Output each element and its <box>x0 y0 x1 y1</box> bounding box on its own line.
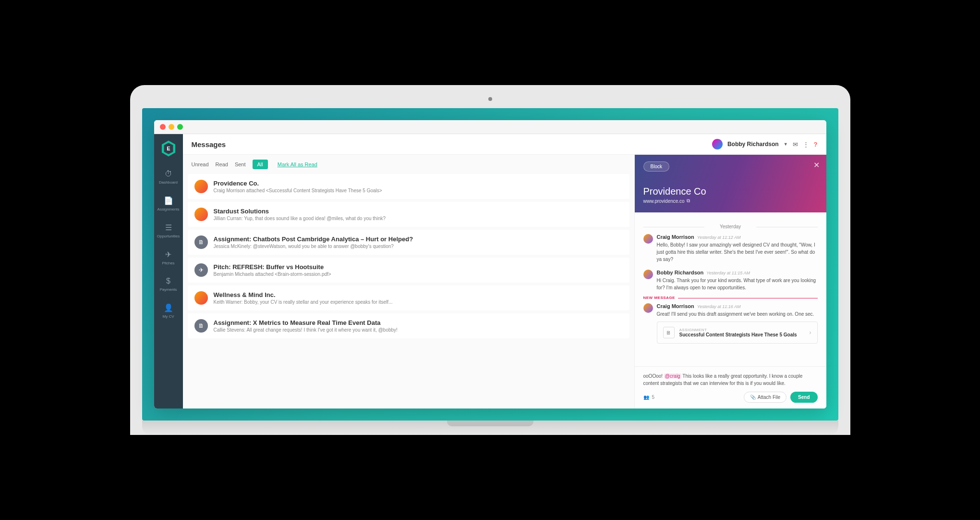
sidebar-item-pitches[interactable]: ✈Pitches <box>154 246 183 269</box>
screen: E ⏱Dashboard 📄Assignments ☰Opportunities… <box>142 108 838 421</box>
user-name: Bobby Richardson <box>727 141 779 148</box>
page-title: Messages <box>192 140 226 149</box>
mention-tag[interactable]: @craig <box>664 373 681 379</box>
message-list-pane: Unread Read Sent All Mark All as Read Pr… <box>183 155 634 409</box>
attachment-title: Successful Content Strategists Have Thes… <box>679 332 805 337</box>
compose-input[interactable]: ooOOoo! @craig This looks like a really … <box>643 372 818 387</box>
attachment-card[interactable]: 🗎 ASSIGNMENT Successful Content Strategi… <box>657 322 818 344</box>
thread-avatar <box>194 291 208 305</box>
message-author: Craig Morrison <box>657 303 694 309</box>
sidebar-item-label: My CV <box>163 314 174 319</box>
new-message-divider: NEW MESSAGE <box>643 298 818 298</box>
sidebar-item-label: Pitches <box>162 261 174 265</box>
user-area: Bobby Richardson ▼ ✉ ⋮ ? <box>712 139 818 149</box>
message-item: Craig MorrisonYesterday at 11:16 AM Grea… <box>643 303 818 344</box>
document-icon: 🗎 <box>194 235 208 249</box>
user-icon: 👤 <box>164 303 173 312</box>
message-avatar <box>643 303 653 313</box>
company-name: Providence Co <box>643 186 818 197</box>
message-author: Craig Morrison <box>657 234 694 240</box>
thread-preview: Callie Stevens: All great change request… <box>214 327 623 333</box>
cc-indicator[interactable]: 👥5 <box>643 395 655 400</box>
thread-title: Stardust Solutions <box>214 208 623 215</box>
sidebar-item-assignments[interactable]: 📄Assignments <box>154 192 183 215</box>
message-text: Hello, Bobby! I saw your amazingly well … <box>657 241 818 263</box>
conversation-detail: Block ✕ Providence Co www.providence.co⧉… <box>634 155 826 409</box>
thread-item[interactable]: 🗎Assignment: Chatbots Post Cambridge Ana… <box>188 230 629 255</box>
attach-file-button[interactable]: 📎Attach File <box>744 392 786 403</box>
message-time: Yesterday at 11:15 AM <box>706 271 750 275</box>
attachment-doc-icon: 🗎 <box>663 327 675 338</box>
message-scroll[interactable]: Yesterday Craig MorrisonYesterday at 11:… <box>635 212 826 366</box>
thread-title: Assignment: X Metrics to Measure Real Ti… <box>214 319 623 326</box>
users-icon: 👥 <box>643 395 649 400</box>
message-author: Bobby Richardson <box>657 270 704 275</box>
topbar: Messages Bobby Richardson ▼ ✉ ⋮ ? <box>183 134 826 155</box>
thread-item[interactable]: 🗎Assignment: X Metrics to Measure Real T… <box>188 313 629 338</box>
app-logo[interactable]: E <box>161 140 176 157</box>
message-text: Great! I'll send you this draft assignme… <box>657 310 818 318</box>
mark-all-read-link[interactable]: Mark All as Read <box>278 161 317 167</box>
app-window: E ⏱Dashboard 📄Assignments ☰Opportunities… <box>154 120 826 409</box>
message-time: Yesterday at 11:12 AM <box>697 235 741 240</box>
window-maximize-button[interactable] <box>177 124 183 130</box>
sidebar: E ⏱Dashboard 📄Assignments ☰Opportunities… <box>154 134 183 409</box>
sidebar-item-label: Payments <box>160 287 177 292</box>
message-text: Hi Craig. Thank you for your kind words.… <box>657 277 818 291</box>
window-minimize-button[interactable] <box>169 124 174 130</box>
filter-unread[interactable]: Unread <box>192 161 209 167</box>
sidebar-item-opportunities[interactable]: ☰Opportunities <box>154 219 183 242</box>
window-titlebar <box>154 120 826 134</box>
thread-item[interactable]: Providence Co.Craig Morrison attached <S… <box>188 174 629 199</box>
send-icon: ✈ <box>165 250 171 259</box>
send-button[interactable]: Send <box>790 392 817 403</box>
company-url[interactable]: www.providence.co⧉ <box>643 198 818 204</box>
thread-title: Providence Co. <box>214 180 623 187</box>
svg-text:E: E <box>167 146 170 151</box>
message-avatar <box>643 234 653 244</box>
block-button[interactable]: Block <box>643 161 669 172</box>
message-item: Bobby RichardsonYesterday at 11:15 AM Hi… <box>643 270 818 291</box>
thread-preview: Craig Morrison attached <Successful Cont… <box>214 188 623 193</box>
composer: ooOOoo! @craig This looks like a really … <box>635 366 826 409</box>
sidebar-item-dashboard[interactable]: ⏱Dashboard <box>154 166 183 188</box>
thread-avatar <box>194 208 208 221</box>
laptop-base <box>142 421 838 435</box>
thread-preview: Jillian Curran: Yup, that does sound lik… <box>214 216 623 221</box>
thread-title: Wellness & Mind Inc. <box>214 291 623 298</box>
help-icon[interactable]: ? <box>814 141 818 148</box>
window-close-button[interactable] <box>160 124 166 130</box>
thread-preview: Keith Warner: Bobby, your CV is really s… <box>214 299 623 305</box>
attachment-label: ASSIGNMENT <box>679 328 805 332</box>
pitch-icon: ✈ <box>194 263 208 277</box>
content: Unread Read Sent All Mark All as Read Pr… <box>183 155 826 409</box>
sidebar-item-label: Opportunities <box>157 234 180 238</box>
sidebar-item-label: Dashboard <box>159 180 178 185</box>
external-link-icon: ⧉ <box>687 198 690 204</box>
user-menu-caret[interactable]: ▼ <box>784 142 788 147</box>
filter-all[interactable]: All <box>253 160 268 169</box>
sidebar-item-payments[interactable]: $Payments <box>154 273 183 296</box>
thread-list[interactable]: Providence Co.Craig Morrison attached <S… <box>183 174 634 409</box>
thread-item[interactable]: ✈Pitch: REFRESH: Buffer vs HootsuiteBenj… <box>188 258 629 283</box>
kebab-menu-icon[interactable]: ⋮ <box>803 141 809 148</box>
document-icon: 📄 <box>164 196 173 205</box>
filter-sent[interactable]: Sent <box>235 161 246 167</box>
thread-item[interactable]: Stardust SolutionsJillian Curran: Yup, t… <box>188 202 629 227</box>
conversation-header: Block ✕ Providence Co www.providence.co⧉ <box>635 155 826 212</box>
day-separator: Yesterday <box>643 224 818 229</box>
laptop-frame: E ⏱Dashboard 📄Assignments ☰Opportunities… <box>130 85 850 435</box>
laptop-camera <box>488 97 492 101</box>
user-avatar[interactable] <box>712 139 723 149</box>
message-item: Craig MorrisonYesterday at 11:12 AM Hell… <box>643 234 818 263</box>
thread-item[interactable]: Wellness & Mind Inc.Keith Warner: Bobby,… <box>188 285 629 310</box>
dashboard-icon: ⏱ <box>165 170 172 178</box>
thread-title: Assignment: Chatbots Post Cambridge Anal… <box>214 235 623 243</box>
filter-read[interactable]: Read <box>216 161 228 167</box>
close-icon[interactable]: ✕ <box>813 161 820 170</box>
thread-preview: Jessica McKinely: @steveWatson, would yo… <box>214 244 623 249</box>
dollar-icon: $ <box>166 277 170 285</box>
message-time: Yesterday at 11:16 AM <box>697 304 741 309</box>
sidebar-item-mycv[interactable]: 👤My CV <box>154 299 183 322</box>
envelope-icon[interactable]: ✉ <box>793 141 798 148</box>
